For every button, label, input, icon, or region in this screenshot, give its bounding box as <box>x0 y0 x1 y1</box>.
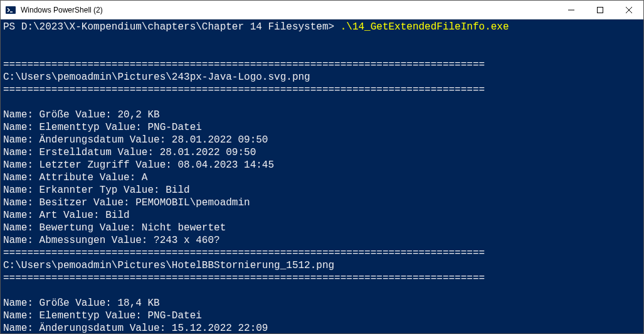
output-line: Name: Abmessungen Value: ?243 x 460? <box>3 235 220 246</box>
output-line: Name: Letzter Zugriff Value: 08.04.2023 … <box>3 159 274 171</box>
separator: ========================================… <box>3 247 485 259</box>
separator: ========================================… <box>3 272 485 284</box>
separator: ========================================… <box>3 84 485 95</box>
minimize-button[interactable] <box>557 1 586 19</box>
output-line: Name: Änderungsdatum Value: 28.01.2022 0… <box>3 134 268 146</box>
file-path: C:\Users\pemoadmin\Pictures\243px-Java-L… <box>3 72 310 83</box>
terminal-output[interactable]: PS D:\2023\X-Kompendium\chapters\Chapter… <box>1 19 643 333</box>
separator: ========================================… <box>3 59 485 70</box>
output-line: Name: Größe Value: 18,4 KB <box>3 298 160 309</box>
output-line: Name: Erstelldatum Value: 28.01.2022 09:… <box>3 147 256 158</box>
svg-rect-3 <box>598 7 603 13</box>
output-line: Name: Änderungsdatum Value: 15.12.2022 2… <box>3 323 268 333</box>
maximize-button[interactable] <box>586 1 615 19</box>
output-line: Name: Elementtyp Value: PNG-Datei <box>3 310 202 321</box>
output-line: Name: Bewertung Value: Nicht bewertet <box>3 222 226 234</box>
window-controls <box>557 1 643 19</box>
output-line: Name: Größe Value: 20,2 KB <box>3 109 160 121</box>
command: .\14_GetExtendedFileInfo.exe <box>340 21 509 33</box>
output-line: Name: Art Value: Bild <box>3 210 130 221</box>
close-button[interactable] <box>615 1 643 19</box>
file-path: C:\Users\pemoadmin\Pictures\HotelBBStorn… <box>3 260 334 271</box>
output-line: Name: Besitzer Value: PEMOMOBIL\pemoadmi… <box>3 197 250 208</box>
output-line: Name: Elementtyp Value: PNG-Datei <box>3 122 202 133</box>
svg-rect-0 <box>6 6 16 14</box>
window-title: Windows PowerShell (2) <box>21 6 557 14</box>
output-line: Name: Attribute Value: A <box>3 172 147 183</box>
titlebar: Windows PowerShell (2) <box>1 1 643 19</box>
prompt: PS D:\2023\X-Kompendium\chapters\Chapter… <box>3 21 340 33</box>
powershell-icon <box>6 5 16 15</box>
output-line: Name: Erkannter Typ Value: Bild <box>3 185 190 196</box>
